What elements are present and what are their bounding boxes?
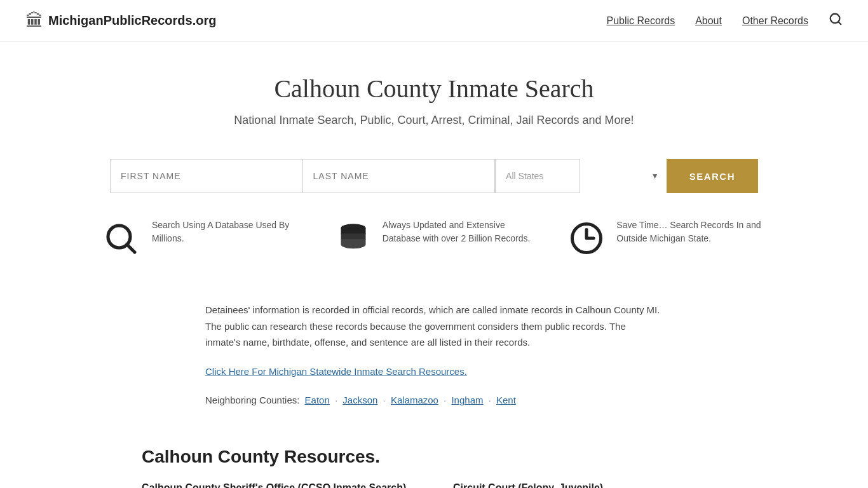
feature-database: Always Updated and Extensive Database wi… xyxy=(337,219,532,261)
feature-time: Save Time… Search Records In and Outside… xyxy=(569,219,764,262)
last-name-input[interactable] xyxy=(302,159,496,193)
features-section: Search Using A Database Used By Millions… xyxy=(53,212,815,289)
building-icon: 🏛 xyxy=(25,10,43,31)
clock-feature-icon xyxy=(569,221,604,262)
nav-public-records[interactable]: Public Records xyxy=(607,15,675,27)
county-eaton[interactable]: Eaton xyxy=(305,395,330,405)
feature-time-text: Save Time… Search Records In and Outside… xyxy=(616,219,764,245)
resource-circuit-court: Circuit Court (Felony, Juvenile) 269-969… xyxy=(453,482,726,489)
resource-sheriff: Calhoun County Sheriff's Office (CCSO In… xyxy=(142,482,415,489)
county-kalamazoo[interactable]: Kalamazoo xyxy=(391,395,438,405)
svg-line-1 xyxy=(838,22,841,24)
hero-section: Calhoun County Inmate Search National In… xyxy=(0,42,868,146)
description-paragraph: Detainees' information is recorded in of… xyxy=(205,302,663,351)
neighboring-counties: Neighboring Counties: Eaton · Jackson · … xyxy=(205,392,663,409)
description-section: Detainees' information is recorded in of… xyxy=(180,289,688,447)
statewide-link[interactable]: Click Here For Michigan Statewide Inmate… xyxy=(205,366,467,377)
statewide-link-paragraph: Click Here For Michigan Statewide Inmate… xyxy=(205,363,663,380)
resources-section: Calhoun County Resources. Calhoun County… xyxy=(116,447,752,489)
resources-grid: Calhoun County Sheriff's Office (CCSO In… xyxy=(142,482,726,489)
main-nav: Public Records About Other Records xyxy=(607,12,843,30)
nav-about[interactable]: About xyxy=(695,15,722,27)
circuit-court-title: Circuit Court (Felony, Juvenile) xyxy=(453,482,726,489)
feature-search: Search Using A Database Used By Millions… xyxy=(104,219,299,264)
search-form: All States AlabamaAlaskaArizonaArkansas … xyxy=(85,146,783,212)
page-title: Calhoun County Inmate Search xyxy=(25,74,843,104)
site-header: 🏛 MichiganPublicRecords.org Public Recor… xyxy=(0,0,868,42)
feature-database-text: Always Updated and Extensive Database wi… xyxy=(383,219,532,245)
separator-1: · xyxy=(335,395,337,405)
separator-4: · xyxy=(489,395,491,405)
county-kent[interactable]: Kent xyxy=(496,395,516,405)
state-select[interactable]: All States AlabamaAlaskaArizonaArkansas … xyxy=(495,159,580,193)
logo-text: MichiganPublicRecords.org xyxy=(48,13,216,28)
feature-search-text: Search Using A Database Used By Millions… xyxy=(152,219,299,245)
separator-3: · xyxy=(444,395,446,405)
sheriff-title: Calhoun County Sheriff's Office (CCSO In… xyxy=(142,482,415,489)
search-feature-icon xyxy=(104,221,139,264)
separator-2: · xyxy=(383,395,386,405)
search-icon-nav[interactable] xyxy=(829,12,843,30)
svg-line-3 xyxy=(127,245,135,252)
nav-other-records[interactable]: Other Records xyxy=(742,15,808,27)
state-select-wrapper: All States AlabamaAlaskaArizonaArkansas … xyxy=(495,159,667,193)
first-name-input[interactable] xyxy=(110,159,302,193)
hero-subtitle: National Inmate Search, Public, Court, A… xyxy=(25,114,843,127)
county-jackson[interactable]: Jackson xyxy=(342,395,377,405)
site-logo[interactable]: 🏛 MichiganPublicRecords.org xyxy=(25,10,216,31)
database-feature-icon xyxy=(337,221,370,261)
search-button[interactable]: SEARCH xyxy=(667,159,758,193)
county-ingham[interactable]: Ingham xyxy=(451,395,483,405)
resources-heading: Calhoun County Resources. xyxy=(142,447,726,467)
neighboring-label: Neighboring Counties: xyxy=(205,395,299,405)
